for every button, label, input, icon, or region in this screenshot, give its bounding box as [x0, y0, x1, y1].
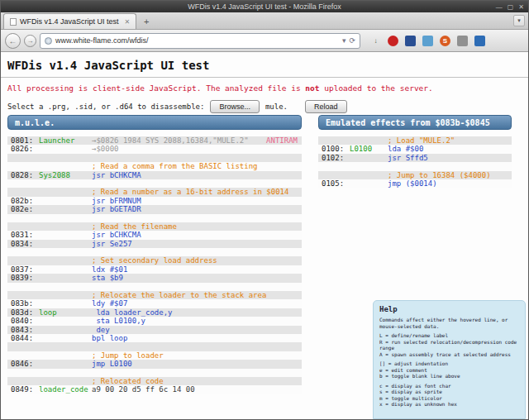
listing-row[interactable] — [7, 342, 302, 351]
disassembly-panel-header: m.u.l.e. — [7, 115, 302, 130]
listing-row[interactable]: ; Jump to loader — [7, 351, 302, 360]
gray-addon-icon[interactable] — [457, 36, 468, 46]
listing-row[interactable]: 0831:jsr bCHKCMA — [7, 231, 302, 239]
listing-row[interactable]: 0844:bpl loop — [7, 334, 302, 342]
row-label — [39, 377, 92, 385]
row-address — [7, 222, 39, 231]
row-text — [92, 248, 302, 256]
row-label — [350, 179, 388, 188]
row-text: jsr Se257 — [92, 240, 302, 248]
adblock-icon[interactable] — [388, 36, 398, 46]
listing-row[interactable]: ; Load "MULE.2" — [318, 136, 512, 145]
row-label — [39, 197, 92, 205]
row-tag: ANTIRAM — [266, 136, 302, 145]
row-label — [39, 299, 92, 308]
orange-s-icon[interactable]: S — [440, 36, 450, 46]
listing-row[interactable]: ; Relocated code — [7, 377, 302, 385]
back-button[interactable]: ← — [5, 33, 21, 49]
row-label — [39, 326, 92, 334]
tab-close-icon[interactable]: ✕ — [125, 18, 131, 26]
row-address: 0846: — [7, 360, 39, 368]
row-address: 0839: — [7, 274, 39, 282]
listing-row[interactable]: 0849:loader_codea9 00 20 d5 ff 6c 14 00 — [7, 385, 302, 394]
listing-row[interactable]: ; Relocate the loader to the stack area — [7, 291, 302, 299]
help-line: b = toggle blank line above — [379, 373, 519, 379]
window-title: WFDis v1.4 JavaScript UI test - Mozilla … — [188, 2, 341, 11]
row-address — [7, 179, 39, 188]
row-text — [92, 214, 302, 222]
row-address: 083b: — [7, 299, 39, 308]
browse-button[interactable]: Browse... — [210, 100, 260, 113]
listing-row[interactable] — [7, 369, 302, 377]
listing-row[interactable] — [7, 248, 302, 256]
listing-row[interactable] — [318, 162, 512, 170]
listing-row[interactable] — [7, 179, 302, 188]
row-text: ; Read a number as a 16-bit address in $… — [92, 188, 302, 196]
tab-wfdis[interactable]: WFDis v1.4 JavaScript UI test ✕ — [3, 13, 136, 29]
listing-row[interactable]: 083b:ldy #$07 — [7, 299, 302, 308]
blue-addon-icon[interactable] — [405, 36, 416, 46]
reload-button[interactable]: Reload — [305, 100, 347, 113]
listing-row[interactable]: ; Set secondary load address — [7, 256, 302, 265]
help-line: m = toggle multicolor — [379, 395, 519, 402]
listing-row[interactable]: 0843: dey — [7, 326, 302, 334]
row-text: ; Relocate the loader to the stack area — [92, 291, 302, 299]
listing-row[interactable]: 0840: sta L0100,y — [7, 317, 302, 325]
listing-row[interactable]: 082b:jsr bFRMNUM — [7, 197, 302, 205]
help-line: A = spawn assembly trace at selected add… — [379, 351, 519, 358]
file-select-row: Select a .prg, .sid, or .d64 to disassem… — [7, 100, 522, 113]
listing-row[interactable]: 0837:ldx #$01 — [7, 265, 302, 274]
row-text: jsr bCHKCMA — [92, 231, 302, 239]
history-dropdown-icon[interactable]: ▾ — [342, 36, 346, 45]
row-label — [39, 265, 92, 274]
listing-row[interactable]: ; Jump to 16384 ($4000) — [318, 171, 512, 179]
listing-row[interactable]: ; Read a number as a 16-bit address in $… — [7, 188, 302, 196]
close-button[interactable]: ✕ — [518, 3, 524, 11]
row-label — [350, 154, 388, 162]
help-box: Help Commands affect either the hovered … — [373, 300, 526, 419]
listing-row[interactable] — [7, 214, 302, 222]
listing-row[interactable]: 0105:jmp ($0014) — [318, 179, 512, 188]
minimize-button[interactable]: — — [496, 3, 503, 11]
reload-icon[interactable]: ⟳ — [349, 36, 355, 45]
row-address — [318, 162, 350, 170]
blue-badge-icon[interactable] — [474, 36, 485, 46]
url-bar[interactable]: www.white-flame.com/wfdis/ ▾ ⟳ — [40, 33, 360, 49]
page-content: WFDis v1.4 JavaScript UI test All proces… — [1, 52, 528, 419]
row-address — [7, 162, 39, 170]
downloads-icon[interactable]: ↓ — [370, 36, 381, 46]
row-label: Launcher — [39, 136, 92, 145]
row-text: jsr bGETADR — [92, 205, 302, 213]
row-text: ; Relocated code — [92, 377, 302, 385]
listing-row[interactable]: ; Read a comma from the BASIC listing — [7, 162, 302, 170]
listing-row[interactable]: 082e:jsr bGETADR — [7, 205, 302, 213]
row-address — [7, 291, 39, 299]
listing-row[interactable] — [7, 154, 302, 162]
listing-row[interactable]: 0102:jsr Sffd5 — [318, 154, 512, 162]
row-address: 0834: — [7, 240, 39, 248]
listing-row[interactable]: 0826:→$0000 — [7, 145, 302, 153]
listing-row[interactable]: 0100:L0100lda #$00 — [318, 145, 512, 153]
row-address — [7, 248, 39, 256]
listing-row[interactable]: 0846:jmp L0100 — [7, 360, 302, 368]
listing-row[interactable]: 0828:Sys2088jsr bCHKCMA — [7, 171, 302, 179]
listing-row[interactable]: 0801:Launcher→$0826 1984 SYS 2088,16384,… — [7, 136, 302, 145]
row-address — [7, 283, 39, 291]
forward-button[interactable]: → — [24, 35, 36, 47]
row-label — [39, 231, 92, 239]
new-tab-button[interactable]: + — [139, 15, 154, 28]
lightblue-addon-icon[interactable] — [422, 36, 433, 46]
listing-row[interactable]: 083d:loop lda loader_code,y — [7, 308, 302, 317]
listing-row[interactable]: ; Read the filename — [7, 222, 302, 231]
maximize-button[interactable]: ▢ — [508, 3, 514, 11]
help-line: Commands affect either the hovered line,… — [379, 317, 519, 329]
row-address — [7, 351, 39, 360]
right-listing: ; Load "MULE.2"0100:L0100lda #$000102:js… — [318, 136, 512, 188]
row-label — [39, 145, 92, 153]
window-controls: — ▢ ✕ — [496, 1, 524, 12]
listing-row[interactable]: 0839:sta $b9 — [7, 274, 302, 282]
listing-row[interactable]: 0834:jsr Se257 — [7, 240, 302, 248]
row-label — [39, 214, 92, 222]
listing-row[interactable] — [7, 283, 302, 291]
list-tabs-button[interactable]: ▾ — [513, 15, 525, 26]
